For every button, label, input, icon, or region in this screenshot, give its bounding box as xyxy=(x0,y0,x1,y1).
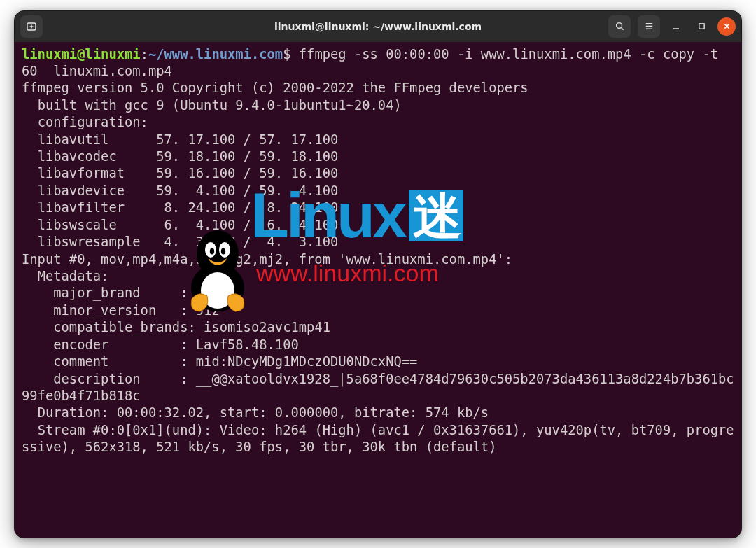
output-line: compatible_brands: isomiso2avc1mp41 xyxy=(22,320,330,335)
titlebar-right xyxy=(608,15,736,38)
output-line: Duration: 00:00:32.02, start: 0.000000, … xyxy=(22,405,489,420)
terminal-body[interactable]: linuxmi@linuxmi:~/www.linuxmi.com$ ffmpe… xyxy=(15,42,741,538)
output-line: configuration: xyxy=(22,115,148,129)
output-line: encoder : Lavf58.48.100 xyxy=(22,337,299,352)
menu-button[interactable] xyxy=(638,15,660,38)
output-line: Stream #0:0[0x1](und): Video: h264 (High… xyxy=(22,423,734,454)
new-tab-button[interactable] xyxy=(20,15,43,38)
svg-rect-9 xyxy=(699,24,704,29)
minimize-button[interactable] xyxy=(667,17,685,36)
titlebar-left xyxy=(20,15,43,38)
output-line: libavutil 57. 17.100 / 57. 17.100 xyxy=(22,132,338,147)
close-icon xyxy=(723,22,731,30)
prompt-colon: : xyxy=(141,47,148,62)
minimize-icon xyxy=(672,22,680,31)
output-line: ffmpeg version 5.0 Copyright (c) 2000-20… xyxy=(22,80,528,95)
close-button[interactable] xyxy=(718,17,736,36)
output-line: libavdevice 59. 4.100 / 59. 4.100 xyxy=(22,183,338,198)
output-line: description : __@@xatooldvx1928_|5a68f0e… xyxy=(22,372,734,403)
output-line: built with gcc 9 (Ubuntu 9.4.0-1ubuntu1~… xyxy=(22,98,402,113)
maximize-icon xyxy=(698,22,706,30)
prompt-user: linuxmi xyxy=(22,47,77,62)
output-line: libswresample 4. 3.100 / 4. 3.100 xyxy=(22,234,338,249)
output-line: libswscale 6. 4.100 / 6. 4.100 xyxy=(22,218,338,232)
search-icon xyxy=(615,21,625,31)
output-line: libavcodec 59. 18.100 / 59. 18.100 xyxy=(22,149,338,164)
output-line: Input #0, mov,mp4,m4a,3gp,3g2,mj2, from … xyxy=(22,252,512,267)
output-line: libavfilter 8. 24.100 / 8. 24.100 xyxy=(22,200,338,215)
output-line: libavformat 59. 16.100 / 59. 16.100 xyxy=(22,166,338,181)
maximize-button[interactable] xyxy=(692,17,710,36)
prompt-path: /www.linuxmi.com xyxy=(156,47,283,62)
prompt-host: linuxmi xyxy=(85,47,140,62)
output-line: Metadata: xyxy=(22,269,108,283)
watermark-mi: 迷 xyxy=(409,190,463,241)
prompt-tilde: ~ xyxy=(148,47,156,62)
prompt-at: @ xyxy=(77,47,85,62)
titlebar: linuxmi@linuxmi: ~/www.linuxmi.com xyxy=(15,11,741,42)
output-line: minor_version : 512 xyxy=(22,303,220,318)
hamburger-icon xyxy=(644,21,654,31)
search-button[interactable] xyxy=(608,15,631,38)
output-line: comment : mid:NDcyMDg1MDczODU0NDcxNQ== xyxy=(22,354,417,369)
terminal-window: linuxmi@linuxmi: ~/www.linuxmi.com xyxy=(14,10,742,538)
output-line: major_brand : isom xyxy=(22,286,227,300)
prompt-dollar: $ xyxy=(283,47,290,62)
new-tab-icon xyxy=(26,21,37,32)
svg-point-3 xyxy=(616,23,622,29)
svg-line-4 xyxy=(621,28,623,30)
